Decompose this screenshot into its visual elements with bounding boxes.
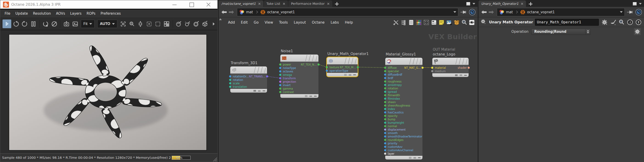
render-target-icon[interactable]: [175, 20, 183, 28]
snapshot-camera-icon[interactable]: [62, 20, 70, 28]
output-connector-dot[interactable]: [318, 63, 320, 66]
node-flag-icon[interactable]: [418, 158, 420, 158]
output-connector-dot[interactable]: [468, 67, 470, 69]
output-connector-dot[interactable]: [422, 67, 424, 69]
input-connector-dot[interactable]: [384, 94, 386, 96]
node-param-row[interactable]: contrast: [280, 90, 318, 94]
node-flag-icon[interactable]: [254, 90, 256, 92]
menu-octane[interactable]: Octane: [309, 20, 328, 24]
menu-aovs[interactable]: AOVs: [54, 11, 68, 15]
expand-fit-icon[interactable]: [119, 20, 127, 28]
back-arrow-icon[interactable]: [221, 10, 227, 14]
input-connector-dot[interactable]: [384, 142, 386, 144]
path-dropdown-icon[interactable]: [620, 11, 623, 13]
node-param-row[interactable]: noiseType: [280, 66, 318, 70]
close-icon[interactable]: [258, 2, 260, 5]
input-connector-dot[interactable]: [384, 101, 386, 103]
tools-icon[interactable]: [393, 19, 399, 25]
color-palette-icon[interactable]: [416, 19, 422, 25]
input-connector-dot[interactable]: [326, 66, 328, 68]
node-param-row[interactable]: layer: [385, 152, 422, 155]
render-package-edit-icon[interactable]: [201, 20, 209, 28]
input-connector-dot[interactable]: [384, 70, 386, 72]
render-viewport[interactable]: [0, 31, 218, 153]
node-param-row[interactable]: smoothShadowTerminator: [385, 135, 422, 138]
input-connector-dot[interactable]: [431, 70, 433, 72]
node-param-row[interactable]: medium: [432, 69, 468, 73]
node-flag-icon[interactable]: [455, 74, 458, 76]
tree-view-icon[interactable]: [401, 19, 406, 25]
input-connector-dot[interactable]: [384, 136, 386, 138]
sticky-note-icon[interactable]: [438, 19, 444, 25]
node-Noise1[interactable]: Noise1powerNT_TEX_N...noiseTypeoctavesom…: [280, 54, 318, 97]
input-connector-dot[interactable]: [326, 70, 328, 72]
node-param-row[interactable]: bumpHeight: [385, 121, 422, 124]
menu-view[interactable]: View: [262, 20, 276, 24]
list-view-icon[interactable]: [408, 19, 414, 25]
node-box[interactable]: rotationOr...NT_TRANS...rotationscaletra…: [230, 66, 267, 93]
radial-menu-icon[interactable]: [635, 9, 642, 15]
node-param-row[interactable]: operationType: [327, 69, 358, 72]
close-icon[interactable]: [283, 2, 285, 5]
menu-update[interactable]: Update: [13, 11, 30, 15]
node-Transform_3D1[interactable]: Transform_3D1rotationOr...NT_TRANS...rot…: [230, 66, 267, 92]
close-icon[interactable]: [327, 2, 330, 5]
breadcrumb-vopnet[interactable]: octane_vopnet1: [527, 10, 555, 14]
node-param-row[interactable]: customAov: [385, 145, 422, 149]
node-param-row[interactable]: rotation: [385, 87, 422, 90]
node-flag-icon[interactable]: [353, 74, 356, 75]
node-param-row[interactable]: textureNT_TEX_M...: [327, 66, 358, 69]
radial-menu-icon[interactable]: [469, 9, 476, 15]
help-icon[interactable]: ?: [636, 19, 641, 25]
octane-titlebar[interactable]: Octane 2026.1.Alpha 3 IPR: [0, 0, 218, 9]
node-param-row[interactable]: omega: [280, 73, 318, 77]
bundle-box-icon[interactable]: [454, 19, 460, 25]
node-param-row[interactable]: smooth: [385, 131, 422, 135]
node-flag-icon[interactable]: [314, 96, 316, 96]
menu-edit[interactable]: Edit: [238, 20, 251, 24]
input-connector-dot[interactable]: [279, 63, 281, 66]
node-param-row[interactable]: anisotropy: [385, 83, 422, 87]
input-connector-dot[interactable]: [384, 87, 386, 89]
node-param-row[interactable]: specular: [385, 69, 422, 73]
node-flag-icon[interactable]: [310, 96, 312, 97]
node-param-row[interactable]: index: [385, 107, 422, 111]
node-param-row[interactable]: gamma: [280, 87, 318, 90]
input-connector-dot[interactable]: [384, 129, 386, 131]
node-param-row[interactable]: normal: [385, 124, 422, 128]
region-zoom-icon[interactable]: [128, 20, 136, 28]
pane-collapse-icon[interactable]: [219, 18, 222, 20]
search-icon[interactable]: [461, 19, 467, 25]
menu-add[interactable]: Add: [225, 20, 238, 24]
pause-icon[interactable]: [30, 20, 38, 28]
network-path-field[interactable]: mat octane_vopnet1: [237, 8, 458, 16]
info-icon[interactable]: i: [627, 19, 633, 25]
menu-layout[interactable]: Layout: [291, 20, 309, 24]
input-connector-dot[interactable]: [384, 153, 386, 155]
node-param-row[interactable]: projection: [280, 80, 318, 83]
node-param-row[interactable]: translation: [230, 85, 267, 88]
node-param-row[interactable]: brdf: [385, 76, 422, 80]
input-connector-dot[interactable]: [279, 67, 281, 69]
menu-resolution[interactable]: Resolution: [30, 11, 53, 15]
restart-settings-icon[interactable]: [42, 20, 50, 28]
input-connector-dot[interactable]: [384, 115, 386, 117]
node-box[interactable]: materialshadermedium: [432, 58, 468, 77]
node-box[interactable]: diffuseNT_MAT_G...speculardiffuseBrdfbrd…: [385, 58, 422, 160]
input-connector-dot[interactable]: [431, 67, 433, 69]
input-connector-dot[interactable]: [384, 80, 386, 82]
search-icon[interactable]: [618, 19, 624, 25]
node-flag-icon[interactable]: [344, 74, 347, 76]
close-button[interactable]: [206, 2, 211, 7]
new-tab-icon[interactable]: [335, 2, 339, 6]
pane-menu-icon[interactable]: [639, 3, 642, 4]
input-connector-dot[interactable]: [384, 105, 386, 107]
breadcrumb-mat[interactable]: mat: [506, 10, 513, 14]
input-connector-dot[interactable]: [279, 77, 281, 79]
node-param-row[interactable]: customAovChannel: [385, 149, 422, 152]
restart-render-icon[interactable]: [12, 20, 20, 28]
input-connector-dot[interactable]: [384, 98, 386, 100]
input-connector-dot[interactable]: [279, 91, 281, 93]
node-box[interactable]: textureNT_TEX_M...operationType: [327, 57, 358, 77]
node-param-row[interactable]: displacement: [385, 128, 422, 131]
